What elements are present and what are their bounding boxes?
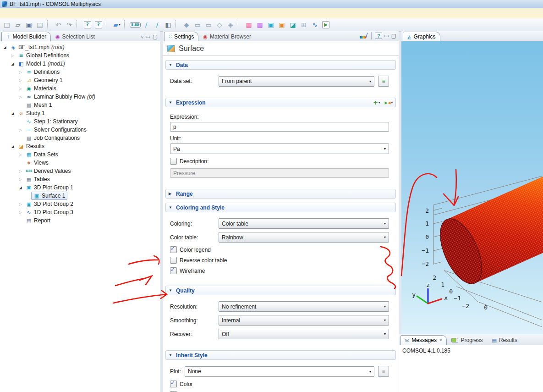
unit-dropdown[interactable]: Pa ▼: [170, 144, 389, 154]
menu-item[interactable]: [17, 8, 26, 18]
description-checkbox[interactable]: [170, 158, 177, 165]
tree-expand-arrow[interactable]: ▷: [17, 202, 23, 206]
checkbox[interactable]: [170, 267, 177, 274]
tree-item[interactable]: ▷ ∿ 1D Plot Group 3: [0, 208, 160, 216]
streamline-icon[interactable]: ∿ ▾: [310, 20, 320, 30]
clear-mesh-brush-icon[interactable]: ▰ ▾: [112, 20, 122, 30]
tree-expand-arrow[interactable]: ◢: [10, 111, 16, 116]
expression-input[interactable]: p: [170, 122, 389, 132]
tree-expand-arrow[interactable]: ▷: [17, 95, 23, 99]
tab-results[interactable]: ▤ Results: [488, 335, 522, 345]
menu-item[interactable]: [26, 8, 34, 18]
checkbox[interactable]: [170, 381, 177, 387]
tree-item[interactable]: ▷ ≡ Global Definitions: [0, 51, 160, 60]
documentation-icon[interactable]: ? ▾: [93, 20, 104, 30]
tab-settings[interactable]: ∷ Settings: [164, 32, 198, 41]
surface-plot-2-icon[interactable]: ▣ ▾: [277, 20, 287, 30]
tree-expand-arrow[interactable]: ◢: [10, 62, 16, 66]
add-expression-button[interactable]: +▾: [373, 99, 380, 106]
tree-item[interactable]: ▷ 8.85 Derived Values: [0, 167, 160, 175]
setting-dropdown[interactable]: Color table ▼: [219, 218, 389, 229]
maximize-panel-icon[interactable]: ▢: [391, 33, 396, 39]
deselect-box-icon[interactable]: ▭ ▾: [203, 20, 214, 30]
setting-dropdown[interactable]: Rainbow ▼: [219, 232, 389, 243]
measure-line-icon[interactable]: ∕ ▾: [152, 20, 162, 30]
maximize-panel-icon[interactable]: ▢: [153, 33, 158, 40]
checkbox[interactable]: [170, 246, 177, 253]
undo-icon[interactable]: ↶ ▾: [53, 20, 63, 30]
tree-expand-arrow[interactable]: ▷: [17, 78, 23, 83]
tree-item[interactable]: ▷ ≈ Laminar Bubbly Flow (bf): [0, 93, 160, 101]
tab-messages[interactable]: ✉ Messages ✕: [400, 335, 447, 345]
player-icon[interactable]: ▶ ▾: [321, 20, 331, 30]
tree-item[interactable]: ▣ Surface 1: [0, 192, 160, 200]
go-to-source-button[interactable]: ≡: [378, 76, 389, 87]
plot-dropdown[interactable]: None ▼: [185, 366, 374, 377]
tree-item[interactable]: ▷ ◉ Materials: [0, 84, 160, 93]
tree-expand-arrow[interactable]: ▷: [17, 177, 23, 182]
tree-item[interactable]: ◢ ◈ BF_tst1.mph (root): [0, 43, 160, 51]
tree-item[interactable]: ▷ ≡ Solver Configurations: [0, 126, 160, 134]
tree-item[interactable]: ◢ ∞ Study 1: [0, 109, 160, 117]
tree-item[interactable]: ◢ ◪ Results: [0, 142, 160, 150]
slice-plot-icon[interactable]: ▦ ▾: [244, 20, 254, 30]
section-header-coloring[interactable]: ▼ Coloring and Style: [165, 203, 396, 212]
select-box-icon[interactable]: ▭ ▾: [192, 20, 203, 30]
tree-item[interactable]: ◢ ◧ Model 1 (mod1): [0, 60, 160, 68]
tree-expand-arrow[interactable]: ◢: [17, 186, 23, 190]
tree-expand-arrow[interactable]: ◢: [10, 144, 16, 149]
help-book-icon[interactable]: ?: [375, 33, 382, 39]
normals-icon[interactable]: ◧ ▾: [163, 20, 173, 30]
tree-item[interactable]: ▤ Report: [0, 216, 160, 225]
tree-item[interactable]: ▷ ▦ Data Sets: [0, 150, 160, 159]
minimize-panel-icon[interactable]: ▭: [384, 33, 389, 39]
close-tab-icon[interactable]: ✕: [439, 338, 443, 342]
tree-expand-arrow[interactable]: ◢: [2, 45, 8, 50]
tree-item[interactable]: ▤ Job Configurations: [0, 134, 160, 142]
tree-expand-arrow[interactable]: ▷: [17, 169, 23, 173]
help-icon[interactable]: ? ▾: [82, 20, 93, 30]
tab-material-browser[interactable]: ◉ Material Browser: [198, 32, 256, 41]
tree-expand-arrow[interactable]: ▷: [17, 210, 23, 215]
isosurface-plot-icon[interactable]: ▦ ▾: [255, 20, 265, 30]
save-file-icon[interactable]: ▣ ▾: [24, 20, 34, 30]
new-file-icon[interactable]: □ ▾: [2, 20, 12, 30]
replace-expression-button[interactable]: ▸◂▾: [384, 99, 393, 106]
setting-dropdown[interactable]: Off ▼: [219, 329, 389, 339]
setting-dropdown[interactable]: No refinement ▼: [219, 301, 389, 312]
tree-item[interactable]: ▷ ⊿ Geometry 1: [0, 76, 160, 84]
surface-plot-icon[interactable]: ▣ ▾: [266, 20, 276, 30]
section-header-expression[interactable]: ▼ Expression +▾ ▸◂▾: [165, 98, 396, 107]
graphics-canvas[interactable]: 210−1−2 210−1−20 zyx: [401, 41, 543, 334]
section-header-data[interactable]: ▼ Data: [165, 60, 396, 70]
tree-expand-arrow[interactable]: ▷: [17, 153, 23, 157]
tree-item[interactable]: ▷ ≡ Definitions: [0, 68, 160, 76]
tree-expand-arrow[interactable]: ▷: [10, 54, 16, 58]
section-header-inherit[interactable]: ▼ Inherit Style: [165, 350, 396, 360]
setting-dropdown[interactable]: Internal ▼: [219, 315, 389, 326]
tree-item[interactable]: ◢ ▣ 3D Plot Group 1: [0, 183, 160, 192]
select-domain-icon[interactable]: ◆ ▾: [181, 20, 192, 30]
view-menu-icon[interactable]: ▿: [141, 33, 143, 40]
checkbox[interactable]: [170, 257, 177, 264]
section-header-range[interactable]: ▶ Range: [165, 189, 396, 199]
tree-item[interactable]: ▩ Mesh 1: [0, 101, 160, 109]
redo-icon[interactable]: ↷ ▾: [64, 20, 74, 30]
tab-selection-list[interactable]: ◉ Selection List: [51, 32, 99, 41]
menu-item[interactable]: [9, 8, 17, 18]
select-adjacent-icon[interactable]: ◇ ▾: [214, 20, 225, 30]
tab-progress[interactable]: Progress: [447, 335, 487, 345]
tree-expand-arrow[interactable]: ▷: [17, 87, 23, 91]
tree-expand-arrow[interactable]: ▷: [17, 128, 23, 132]
tree-item[interactable]: ∿ Step 1: Stationary: [0, 117, 160, 126]
print-icon[interactable]: ▤ ▾: [35, 20, 45, 30]
open-file-icon[interactable]: ▱ ▾: [13, 20, 23, 30]
invert-selection-icon[interactable]: ◈ ▾: [225, 20, 236, 30]
dataset-dropdown[interactable]: From parent ▼: [219, 76, 374, 87]
plot-button[interactable]: ∕: [359, 32, 368, 40]
plot-2d-icon[interactable]: ◪ ▾: [288, 20, 298, 30]
tab-model-builder[interactable]: ⊤ Model Builder: [1, 32, 51, 41]
menu-item[interactable]: [1, 8, 9, 18]
measure-point-icon[interactable]: ∕ ▾: [141, 20, 151, 30]
tree-item[interactable]: ▷ ▣ 3D Plot Group 2: [0, 200, 160, 208]
